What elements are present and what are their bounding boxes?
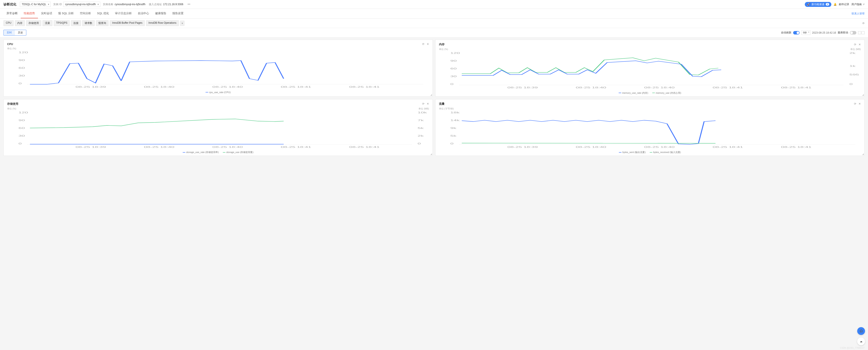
chart-card-mem: 内存 ⟳ ✕ 单位 (%) 单位 (MB) 1209060300 2k1k595…	[435, 40, 865, 97]
legend-cpu-use-rate[interactable]: cpu_use_rate (CPU)	[206, 91, 230, 94]
refresh-icon[interactable]: ⟳	[422, 42, 425, 46]
metric-btn-3[interactable]: 流量	[42, 20, 53, 26]
nav-bar: 异常诊断性能趋势实时会话慢 SQL 分析空间分析SQL 优化审计日志分析自治中心…	[0, 9, 868, 19]
charts-grid: CPU ⟳ ✕ 单位 (%) 1209060300 08-25 18:3908-…	[0, 37, 868, 158]
resize-handle-icon[interactable]: ◢	[430, 153, 432, 155]
nav-tab-4[interactable]: 空间分析	[77, 9, 94, 18]
mail-log-link[interactable]: 邮件记录	[839, 3, 849, 6]
svg-text:08-25 18:40: 08-25 18:40	[644, 146, 675, 148]
user-guide-link[interactable]: 用户指南 ↗	[851, 3, 865, 6]
metric-button-row: CPU内存存储使用流量TPS/QPS连接请求数慢查询InnoDB Buffer …	[0, 19, 868, 28]
metric-btn-6[interactable]: 请求数	[82, 20, 95, 26]
metric-more-dropdown[interactable]: ▾	[180, 21, 184, 26]
close-icon[interactable]: ✕	[427, 42, 429, 46]
svg-text:08-25 18:39: 08-25 18:39	[507, 86, 538, 89]
chart-link-toggle[interactable]	[850, 31, 856, 34]
layout-list-icon[interactable]	[862, 31, 865, 34]
bell-icon[interactable]: 🔔	[834, 3, 837, 6]
close-icon[interactable]: ✕	[427, 102, 429, 105]
unit-right: 单位 (MB)	[850, 48, 861, 51]
nav-tab-1[interactable]: 性能趋势	[21, 9, 38, 18]
user-guide-label: 用户指南	[851, 3, 862, 6]
chart-plot-cpu[interactable]: 1209060300 08-25 18:3908-25 18:4008-25 1…	[7, 50, 429, 90]
tab-history[interactable]: 历史	[15, 30, 26, 35]
svg-text:2k: 2k	[849, 52, 856, 54]
svg-text:120: 120	[19, 111, 28, 113]
nav-tab-2[interactable]: 实时会话	[38, 9, 55, 18]
legend-mem-use-rate[interactable]: memory_use_rate (内存)	[619, 92, 648, 95]
refresh-icon[interactable]: ⟳	[854, 102, 856, 105]
nav-tab-5[interactable]: SQL 优化	[94, 9, 112, 18]
auto-refresh-toggle[interactable]	[793, 31, 800, 34]
chart-plot-storage[interactable]: 1209060300 10k7k5k2k0 08-25 18:3908-25 1…	[7, 111, 429, 149]
metric-btn-0[interactable]: CPU	[3, 20, 13, 26]
unit-left: 单位 (%)	[439, 48, 448, 51]
rocket-icon: 🚀	[807, 3, 810, 6]
tab-realtime[interactable]: 实时	[4, 30, 15, 35]
svg-text:0: 0	[19, 82, 22, 85]
nav-tab-7[interactable]: 自治中心	[135, 9, 152, 18]
legend-mem-use[interactable]: memory_use (内存占用)	[652, 92, 681, 95]
metric-btn-5[interactable]: 连接	[71, 20, 81, 26]
chart-link-label: 图表联动	[838, 31, 848, 34]
svg-text:08-25 18:41: 08-25 18:41	[281, 146, 311, 148]
svg-text:08-25 18:40: 08-25 18:40	[576, 86, 606, 89]
metric-btn-7[interactable]: 慢查询	[96, 20, 108, 26]
nav-tab-8[interactable]: 健康报告	[152, 9, 169, 18]
svg-text:08-25 18:41: 08-25 18:41	[349, 146, 380, 148]
close-icon[interactable]: ✕	[859, 43, 861, 46]
chart-plot-traffic[interactable]: 18k14k9k5k0 08-25 18:3908-25 18:4008-25 …	[439, 111, 861, 149]
svg-text:08-25 18:39: 08-25 18:39	[507, 146, 538, 148]
svg-text:08-25 18:40: 08-25 18:40	[644, 86, 675, 89]
external-link-icon: ↗	[863, 3, 865, 6]
refresh-interval-select[interactable]: 5秒	[801, 30, 810, 35]
chart-plot-mem[interactable]: 1209060300 2k1k5950 08-25 18:3908-25 18:…	[439, 51, 861, 90]
metric-btn-4[interactable]: TPS/QPS	[54, 20, 70, 26]
nav-tab-9[interactable]: 报告设置	[169, 9, 187, 18]
more-icon[interactable]: •••	[188, 3, 190, 6]
svg-text:08-25 18:41: 08-25 18:41	[781, 146, 811, 148]
svg-text:08-25 18:41: 08-25 18:41	[781, 86, 811, 89]
endpoint-label: 接入点地址	[149, 3, 162, 6]
legend-bytes-received[interactable]: bytes_received (输入流量)	[650, 151, 681, 154]
auto-refresh-label: 自动刷新	[781, 31, 792, 34]
db-type-select[interactable]: TDSQL-C for MySQL	[20, 2, 51, 7]
chart-title-mem: 内存	[439, 42, 444, 46]
legend-bytes-sent[interactable]: bytes_sent (输出流量)	[619, 151, 646, 154]
close-icon[interactable]: ✕	[859, 102, 861, 105]
nav-tab-0[interactable]: 异常诊断	[3, 9, 21, 18]
metric-btn-8[interactable]: InnoDB Buffer Pool Pages	[110, 20, 145, 26]
svg-text:08-25 18:41: 08-25 18:41	[281, 86, 311, 88]
metric-btn-9[interactable]: InnoDB Row Operations	[146, 20, 179, 26]
svg-text:08-25 18:41: 08-25 18:41	[349, 86, 380, 88]
legend-storage-use-rate[interactable]: storage_use_rate (存储使用率)	[183, 151, 219, 154]
header-bar: 诊断优化 TDSQL-C for MySQL 实例 ID cynosdbmysq…	[0, 0, 868, 9]
refresh-icon[interactable]: ⟳	[422, 102, 425, 105]
legend-storage-use[interactable]: storage_use (存储使用量)	[223, 151, 253, 154]
contact-manage-link[interactable]: 联系人管理	[851, 10, 865, 17]
new-feature-count: 4	[826, 3, 829, 6]
resize-handle-icon[interactable]: ◢	[862, 153, 864, 155]
refresh-all-icon[interactable]: ⟳	[862, 22, 865, 25]
nav-tab-6[interactable]: 审计日志分析	[112, 9, 135, 18]
resize-handle-icon[interactable]: ◢	[862, 94, 864, 96]
svg-text:60: 60	[19, 67, 25, 69]
new-feature-button[interactable]: 🚀 新功能速递 4	[805, 2, 831, 7]
svg-text:120: 120	[19, 51, 28, 54]
metric-btn-2[interactable]: 存储使用	[26, 20, 41, 26]
metric-btn-1[interactable]: 内存	[15, 20, 25, 26]
nav-tab-3[interactable]: 慢 SQL 分析	[55, 9, 77, 18]
svg-text:2k: 2k	[417, 135, 424, 137]
svg-text:08-25 18:39: 08-25 18:39	[75, 146, 106, 148]
svg-text:60: 60	[451, 67, 457, 70]
resize-handle-icon[interactable]: ◢	[430, 94, 432, 96]
refresh-icon[interactable]: ⟳	[854, 43, 856, 46]
svg-text:7k: 7k	[417, 119, 424, 121]
svg-text:18k: 18k	[451, 111, 460, 113]
svg-text:0: 0	[451, 142, 454, 145]
page-title: 诊断优化	[3, 2, 17, 6]
instance-id-select[interactable]: cynosdbmysql-ins-bj5rodfh	[63, 2, 100, 7]
svg-text:90: 90	[19, 119, 25, 121]
layout-grid-icon[interactable]	[858, 31, 861, 34]
chart-card-traffic: 流量 ⟳ ✕ 单位 (字节/秒) 18k14k9k5k0 08-25 18:39…	[435, 99, 865, 156]
